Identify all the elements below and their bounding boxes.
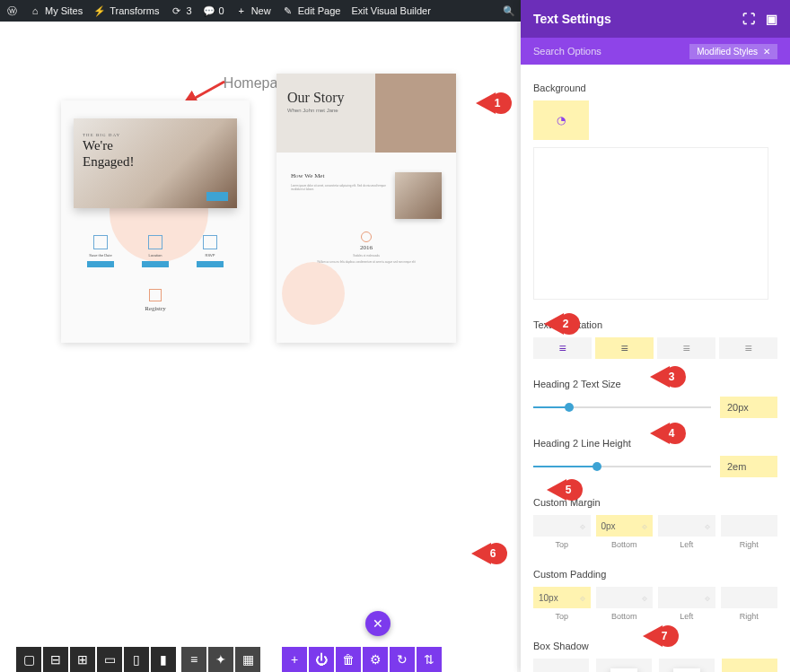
search-icon: 🔍 [503, 4, 515, 17]
tool-layers[interactable]: ≡ [181, 647, 206, 672]
margin-bottom-input[interactable]: 0px⟐ [596, 515, 654, 537]
close-fab[interactable]: ✕ [365, 611, 391, 636]
tool-zoom[interactable]: ⊟ [43, 647, 68, 672]
tool-modules[interactable]: ▦ [235, 647, 260, 672]
side-left: Left [658, 540, 715, 549]
group-margin: Custom Margin ⟐Top 0px⟐Bottom ⟐Left Righ… [533, 492, 777, 549]
wordpress-icon: ⓦ [5, 4, 18, 17]
link-icon: ⟐ [705, 593, 710, 603]
page-previews: THE BIG DAY We're Engaged! Save the Date… [0, 100, 517, 370]
align-right[interactable]: ≡ [657, 337, 715, 359]
padding-top-input[interactable]: 10px⟐ [533, 587, 591, 608]
group-orientation: Text Orientation ≡ ≡ ≡ ≡ [533, 314, 777, 359]
tool-settings[interactable]: ⚙ [363, 647, 388, 672]
tool-power[interactable]: ⏻ [309, 647, 334, 672]
tool-delete[interactable]: 🗑 [336, 647, 361, 672]
align-left[interactable]: ≡ [533, 337, 592, 359]
exit-builder-label: Exit Visual Builder [351, 5, 430, 16]
plus-icon: + [235, 4, 248, 17]
new-label: New [251, 5, 271, 16]
modified-styles-tag[interactable]: Modified Styles ✕ [689, 44, 777, 59]
close-icon: ✕ [373, 616, 383, 631]
margin-right-input[interactable] [721, 515, 778, 537]
admin-search[interactable]: 🔍 [503, 4, 515, 17]
comments-menu[interactable]: 💬0 [203, 4, 224, 17]
link-icon: ⟐ [580, 593, 585, 603]
my-sites-menu[interactable]: ⌂My Sites [29, 4, 83, 17]
link-icon: ⟐ [642, 593, 647, 603]
tool-effects[interactable]: ✦ [208, 647, 233, 672]
wp-logo[interactable]: ⓦ [5, 4, 18, 17]
tool-tablet[interactable]: ▯ [124, 647, 149, 672]
exit-builder[interactable]: Exit Visual Builder [351, 5, 430, 16]
group-box-shadow: Box Shadow ⊘ [533, 635, 777, 672]
paint-icon: ◔ [557, 114, 566, 127]
text-settings-panel: Text Settings ⛶ ▣ Search Options Modifie… [521, 0, 790, 672]
side-top: Top [533, 540, 591, 549]
tool-history[interactable]: ↻ [390, 647, 415, 672]
icon-location: Location [137, 235, 173, 267]
background-preview [533, 147, 768, 300]
icon-rsvp: RSVP [192, 235, 228, 267]
search-options-label[interactable]: Search Options [533, 46, 601, 57]
shadow-preview [673, 668, 700, 672]
focus-icon[interactable]: ⛶ [742, 12, 755, 26]
shadow-none[interactable]: ⊘ [533, 659, 589, 672]
padding-right-input[interactable] [721, 587, 778, 608]
tool-export[interactable]: ⇅ [417, 647, 442, 672]
hero-our-story: Our Story When John met Jane [276, 74, 456, 153]
link-icon: ⟐ [705, 521, 710, 531]
padding-left-input[interactable]: ⟐ [658, 587, 715, 608]
pencil-icon: ✎ [282, 4, 294, 17]
link-icon: ⟐ [642, 521, 647, 531]
h2-size-slider[interactable] [533, 400, 711, 415]
margin-label: Custom Margin [533, 497, 777, 508]
sites-icon: ⌂ [29, 4, 41, 17]
padding-bottom-input[interactable]: ⟐ [596, 587, 654, 608]
tag-close-icon[interactable]: ✕ [763, 47, 770, 57]
side-bottom: Bottom [596, 612, 654, 621]
align-center[interactable]: ≡ [595, 337, 654, 359]
link-icon: ⟐ [580, 521, 585, 531]
h2-lh-value[interactable]: 2em [720, 456, 777, 477]
hero-headline-1: We're [83, 139, 228, 153]
padding-label: Custom Padding [533, 569, 777, 580]
group-padding: Custom Padding 10px⟐Top ⟐Bottom ⟐Left Ri… [533, 563, 777, 621]
h2-size-value[interactable]: 20px [720, 397, 777, 418]
my-sites-label: My Sites [45, 5, 83, 16]
tool-add[interactable]: + [282, 647, 307, 672]
heart-icon [361, 231, 372, 242]
shadow-preset-1[interactable] [596, 659, 652, 672]
tool-wireframe[interactable]: ▢ [16, 647, 41, 672]
h2-size-label: Heading 2 Text Size [533, 379, 777, 389]
group-h2-lh: Heading 2 Line Height 2em [533, 432, 777, 477]
margin-top-input[interactable]: ⟐ [533, 515, 591, 537]
transforms-menu[interactable]: ⚡Transforms [93, 4, 159, 17]
shadow-preview [610, 668, 637, 672]
updates-count: 3 [186, 5, 191, 16]
edit-page-menu[interactable]: ✎Edit Page [282, 4, 341, 17]
hero-overline: THE BIG DAY [83, 133, 228, 137]
align-justify[interactable]: ≡ [719, 337, 777, 359]
updates-menu[interactable]: ⟳3 [170, 4, 191, 17]
story-row: How We Met Lorem ipsum dolor sit amet, c… [291, 172, 442, 219]
new-menu[interactable]: +New [235, 4, 271, 17]
tool-desktop[interactable]: ▭ [97, 647, 122, 672]
preview-engaged[interactable]: THE BIG DAY We're Engaged! Save the Date… [61, 100, 250, 343]
builder-canvas: Homepage THE BIG DAY We're Engaged! Save… [0, 22, 517, 672]
transforms-label: Transforms [110, 5, 159, 16]
tool-grid[interactable]: ⊞ [70, 647, 95, 672]
dock-icon[interactable]: ▣ [766, 12, 777, 26]
h2-lh-slider[interactable] [533, 459, 711, 474]
preview-our-story[interactable]: Our Story When John met Jane How We Met … [276, 74, 456, 343]
transforms-icon: ⚡ [93, 4, 106, 17]
side-right: Right [721, 612, 778, 621]
background-swatch[interactable]: ◔ [533, 100, 589, 140]
shadow-preset-3[interactable] [722, 659, 777, 672]
shadow-preset-2[interactable] [659, 659, 715, 672]
hero-engaged: THE BIG DAY We're Engaged! [74, 118, 237, 208]
gift-icon [149, 289, 162, 301]
tool-phone[interactable]: ▮ [151, 647, 176, 672]
panel-subheader: Search Options Modified Styles ✕ [521, 38, 790, 65]
margin-left-input[interactable]: ⟐ [658, 515, 715, 537]
